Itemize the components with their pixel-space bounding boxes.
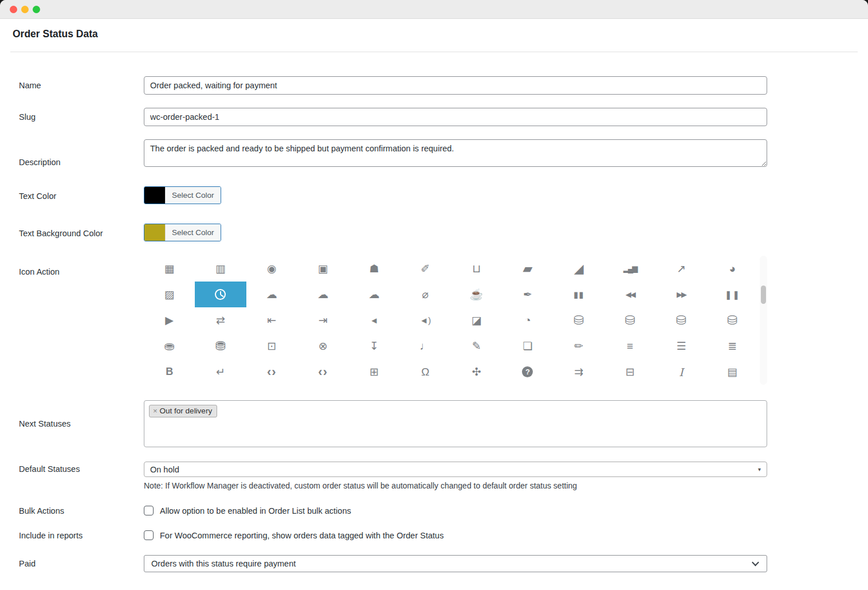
editor-indent-icon[interactable]: ⇉ [553, 359, 604, 385]
cart-icon[interactable]: ⊔ [451, 256, 502, 282]
edit-large-icon[interactable]: ❏ [502, 333, 553, 359]
code-standards-icon[interactable]: ⌀ [400, 282, 451, 307]
text-color-button[interactable]: Select Color [144, 186, 221, 204]
cloud-icon[interactable]: ☁ [348, 282, 399, 307]
database-remove-icon[interactable]: ⛁ [707, 307, 758, 333]
editor-help-icon[interactable]: ? [502, 359, 553, 385]
editor-italic-icon[interactable]: I [655, 359, 706, 385]
status-tag: × Out for delivery [149, 405, 217, 417]
editor-bold-icon[interactable]: B [144, 359, 195, 385]
editor-aligncenter-icon[interactable]: ≡ [604, 333, 655, 359]
controls-pause-icon[interactable]: ❚❚ [707, 282, 758, 307]
controls-repeat-icon[interactable]: ⇄ [195, 307, 246, 333]
category-icon[interactable]: ▰ [502, 256, 553, 282]
header-divider [10, 52, 858, 52]
close-window-button[interactable] [10, 6, 17, 13]
cloud-upload-icon[interactable]: ☁ [297, 282, 348, 307]
include-in-reports-checkbox[interactable] [144, 530, 154, 540]
text-background-color-button[interactable]: Select Color [144, 224, 221, 241]
camera-icon[interactable]: ◉ [246, 256, 297, 282]
coffee-icon[interactable]: ☕ [451, 282, 502, 307]
default-statuses-value: On hold [150, 465, 179, 474]
clipboard-icon[interactable]: ▨ [144, 282, 195, 307]
paid-select-value: Orders with this status require payment [151, 559, 296, 568]
editor-expand-icon[interactable]: ✣ [451, 359, 502, 385]
columns-icon[interactable]: ▮▮ [553, 282, 604, 307]
calendar-icon[interactable]: ▦ [144, 256, 195, 282]
chart-line-icon[interactable]: ↗ [655, 256, 706, 282]
editor-alignright-icon[interactable]: ≣ [707, 333, 758, 359]
app-window: Order Status Data Name Slug Description … [0, 0, 868, 590]
description-label: Description [19, 158, 144, 169]
dashboard-icon[interactable]: ◔ [502, 307, 553, 333]
icon-picker: ▦▥◉▣☗✐⊔▰◢▂▄▆↗◕▨☁☁☁⌀☕✒▮▮◀◀▶▶❚❚▶⇄⇤⇥◄◄)◪◔⛁⛁… [144, 256, 767, 385]
text-background-color-swatch [144, 224, 165, 241]
carrot-icon[interactable]: ✐ [400, 256, 451, 282]
drumstick-icon[interactable]: ♩ [400, 333, 451, 359]
paid-label: Paid [19, 559, 144, 568]
editor-break-icon[interactable]: ↵ [195, 359, 246, 385]
default-statuses-note: Note: If Workflow Manager is deactivated… [144, 481, 767, 490]
remove-tag-button[interactable]: × [153, 407, 158, 415]
car-icon[interactable]: ☗ [348, 256, 399, 282]
editor-contract-icon[interactable]: ⊞ [348, 359, 399, 385]
editor-customchar-icon[interactable]: Ω [400, 359, 451, 385]
camera-alt-icon[interactable]: ▣ [297, 256, 348, 282]
bulk-actions-checkbox[interactable] [144, 506, 154, 515]
editor-code-alt-icon[interactable]: ‹› [297, 359, 348, 385]
database-view-icon[interactable]: ⛂ [144, 333, 195, 359]
include-in-reports-checkbox-label: For WooCommerce reporting, show orders d… [160, 531, 443, 540]
database-export-icon[interactable]: ⛁ [604, 307, 655, 333]
page-title: Order Status Data [13, 28, 858, 40]
clock-icon[interactable] [195, 282, 246, 307]
slug-input[interactable] [144, 108, 767, 126]
icon-grid: ▦▥◉▣☗✐⊔▰◢▂▄▆↗◕▨☁☁☁⌀☕✒▮▮◀◀▶▶❚❚▶⇄⇤⇥◄◄)◪◔⛁⛁… [144, 256, 758, 385]
controls-volumeon-icon[interactable]: ◄) [400, 307, 451, 333]
controls-play-icon[interactable]: ▶ [144, 307, 195, 333]
bulk-actions-label: Bulk Actions [19, 506, 144, 515]
controls-volumeoff-icon[interactable]: ◄ [348, 307, 399, 333]
paid-select[interactable]: Orders with this status require payment [144, 555, 767, 572]
desktop-icon[interactable]: ⊡ [246, 333, 297, 359]
controls-back-icon[interactable]: ◀◀ [604, 282, 655, 307]
maximize-window-button[interactable] [33, 6, 40, 13]
controls-forward-icon[interactable]: ▶▶ [655, 282, 706, 307]
icon-action-label: Icon Action [19, 256, 144, 276]
chart-bar-icon[interactable]: ▂▄▆ [604, 256, 655, 282]
calendar-alt-icon[interactable]: ▥ [195, 256, 246, 282]
icon-grid-scrollbar[interactable] [760, 256, 767, 385]
chart-pie-icon[interactable]: ◕ [707, 256, 758, 282]
text-color-swatch [144, 187, 165, 204]
default-statuses-select[interactable]: On hold ▾ [144, 462, 767, 477]
next-statuses-label: Next Statuses [19, 419, 144, 428]
text-color-button-label: Select Color [165, 187, 221, 204]
database-import-icon[interactable]: ⛁ [655, 307, 706, 333]
editor-code-icon[interactable]: ‹› [246, 359, 297, 385]
dismiss-icon[interactable]: ⊗ [297, 333, 348, 359]
description-textarea[interactable]: The order is packed and ready to be ship… [144, 139, 767, 167]
default-statuses-label: Default Statuses [19, 462, 144, 474]
database-icon[interactable]: ⛃ [195, 333, 246, 359]
dropdown-arrow-icon: ▾ [758, 466, 761, 472]
scrollbar-thumb[interactable] [761, 286, 766, 304]
cloud-saved-icon[interactable]: ☁ [246, 282, 297, 307]
download-icon[interactable]: ↧ [348, 333, 399, 359]
database-add-icon[interactable]: ⛁ [553, 307, 604, 333]
cover-image-icon[interactable]: ◪ [451, 307, 502, 333]
editor-justify-icon[interactable]: ▤ [707, 359, 758, 385]
text-color-label: Text Color [19, 192, 144, 201]
edit-icon[interactable]: ✎ [451, 333, 502, 359]
color-picker-icon[interactable]: ✒ [502, 282, 553, 307]
controls-skipforward-icon[interactable]: ⇥ [297, 307, 348, 333]
slug-label: Slug [19, 112, 144, 122]
chart-area-icon[interactable]: ◢ [553, 256, 604, 282]
minimize-window-button[interactable] [21, 6, 29, 13]
name-input[interactable] [144, 76, 767, 95]
controls-skipback-icon[interactable]: ⇤ [246, 307, 297, 333]
bulk-actions-checkbox-label: Allow option to be enabled in Order List… [160, 506, 351, 515]
next-statuses-input[interactable]: × Out for delivery [144, 400, 767, 447]
name-label: Name [19, 81, 144, 90]
edit-page-icon[interactable]: ✏ [553, 333, 604, 359]
editor-insertmore-icon[interactable]: ⊟ [604, 359, 655, 385]
editor-alignleft-icon[interactable]: ☰ [655, 333, 706, 359]
